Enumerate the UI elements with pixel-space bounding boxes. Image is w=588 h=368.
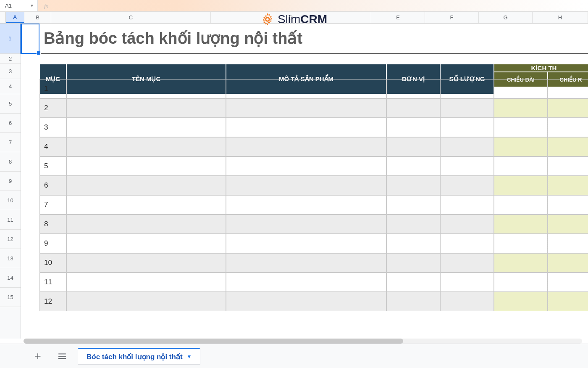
add-sheet-button[interactable]: +: [29, 348, 46, 365]
cell-ten[interactable]: [66, 98, 226, 118]
cell-donvi[interactable]: [386, 234, 440, 253]
cell-sl[interactable]: [440, 137, 494, 156]
cell-mota[interactable]: [226, 214, 386, 234]
row-header-9[interactable]: 9: [0, 172, 21, 191]
cell-donvi[interactable]: [386, 253, 440, 273]
row-header-10[interactable]: 10: [0, 191, 21, 210]
cell-muc[interactable]: 8: [39, 214, 66, 234]
row-header-6[interactable]: 6: [0, 114, 21, 133]
cell-muc[interactable]: 12: [39, 292, 66, 311]
col-header-F[interactable]: F: [425, 12, 479, 23]
row-header-14[interactable]: 14: [0, 268, 21, 288]
cell-donvi[interactable]: [386, 98, 440, 118]
cell-d[interactable]: [494, 292, 548, 311]
cell-d[interactable]: [494, 214, 548, 234]
cell-sl[interactable]: [440, 273, 494, 292]
cell-donvi[interactable]: [386, 195, 440, 214]
cell-donvi[interactable]: [386, 292, 440, 311]
cell-sl[interactable]: [440, 79, 494, 98]
cell-donvi[interactable]: [386, 214, 440, 234]
row-header-15[interactable]: 15: [0, 288, 21, 307]
cell-r[interactable]: [548, 195, 588, 214]
name-box[interactable]: A1 ▼: [0, 0, 38, 12]
cell-d[interactable]: [494, 273, 548, 292]
cell-ten[interactable]: [66, 253, 226, 273]
cell-r[interactable]: [548, 137, 588, 156]
cell-mota[interactable]: [226, 273, 386, 292]
cell-ten[interactable]: [66, 234, 226, 253]
cell-sl[interactable]: [440, 214, 494, 234]
cell-muc[interactable]: 4: [39, 137, 66, 156]
cell-ten[interactable]: [66, 176, 226, 195]
cell-r[interactable]: [548, 292, 588, 311]
cell-donvi[interactable]: [386, 176, 440, 195]
cell-muc[interactable]: 3: [39, 118, 66, 137]
cell-muc[interactable]: 1: [39, 79, 66, 98]
cell-mota[interactable]: [226, 195, 386, 214]
cell-ten[interactable]: [66, 156, 226, 176]
cell-d[interactable]: [494, 253, 548, 273]
row-header-3[interactable]: 3: [0, 64, 21, 79]
col-header-G[interactable]: G: [479, 12, 533, 23]
row-header-5[interactable]: 5: [0, 94, 21, 114]
cell-sl[interactable]: [440, 253, 494, 273]
col-header-H[interactable]: H: [533, 12, 588, 23]
all-sheets-button[interactable]: [54, 348, 71, 365]
cell-d[interactable]: [494, 156, 548, 176]
row-header-4[interactable]: 4: [0, 79, 21, 94]
cell-ten[interactable]: [66, 79, 226, 98]
cell-d[interactable]: [494, 118, 548, 137]
cell-d[interactable]: [494, 98, 548, 118]
row-header-2[interactable]: 2: [0, 54, 21, 64]
row-header-7[interactable]: 7: [0, 133, 21, 152]
cell-mota[interactable]: [226, 98, 386, 118]
cell-r[interactable]: [548, 234, 588, 253]
sheet-tab-active[interactable]: Bóc tách khối lượng nội thất ▼: [78, 348, 200, 365]
cell-d[interactable]: [494, 234, 548, 253]
sheet-title[interactable]: Bảng bóc tách khối lượng nội thất: [39, 24, 588, 54]
cell-mota[interactable]: [226, 137, 386, 156]
cell-ten[interactable]: [66, 137, 226, 156]
row-header-11[interactable]: 11: [0, 210, 21, 230]
col-header-A[interactable]: A: [6, 12, 24, 23]
row-header-13[interactable]: 13: [0, 249, 21, 268]
cell-muc[interactable]: 11: [39, 273, 66, 292]
row-header-8[interactable]: 8: [0, 152, 21, 172]
cell-d[interactable]: [494, 176, 548, 195]
cell-donvi[interactable]: [386, 79, 440, 98]
cell-donvi[interactable]: [386, 156, 440, 176]
cell-muc[interactable]: 2: [39, 98, 66, 118]
cell-sl[interactable]: [440, 118, 494, 137]
cell-r[interactable]: [548, 273, 588, 292]
cell-donvi[interactable]: [386, 137, 440, 156]
row-header-1[interactable]: 1: [0, 24, 21, 54]
scrollbar-thumb[interactable]: [24, 339, 403, 344]
cell-ten[interactable]: [66, 195, 226, 214]
cell-muc[interactable]: 5: [39, 156, 66, 176]
cell-muc[interactable]: 10: [39, 253, 66, 273]
cell-ten[interactable]: [66, 118, 226, 137]
cell-ten[interactable]: [66, 214, 226, 234]
cell-d[interactable]: [494, 195, 548, 214]
col-header-C[interactable]: C: [51, 12, 211, 23]
cell-mota[interactable]: [226, 118, 386, 137]
cell-d[interactable]: [494, 79, 548, 98]
cell-ten[interactable]: [66, 273, 226, 292]
cell-r[interactable]: [548, 156, 588, 176]
cell-mota[interactable]: [226, 234, 386, 253]
cell-sl[interactable]: [440, 98, 494, 118]
row-header-12[interactable]: 12: [0, 230, 21, 249]
cell-r[interactable]: [548, 118, 588, 137]
horizontal-scrollbar[interactable]: [24, 339, 582, 344]
cell-muc[interactable]: 7: [39, 195, 66, 214]
cell-r[interactable]: [548, 98, 588, 118]
cell-muc[interactable]: 9: [39, 234, 66, 253]
chevron-down-icon[interactable]: ▼: [187, 354, 192, 360]
cell-muc[interactable]: 6: [39, 176, 66, 195]
cell-sl[interactable]: [440, 292, 494, 311]
cell-ten[interactable]: [66, 292, 226, 311]
col-header-B[interactable]: B: [24, 12, 51, 23]
cell-mota[interactable]: [226, 292, 386, 311]
cell-r[interactable]: [548, 214, 588, 234]
cell-d[interactable]: [494, 137, 548, 156]
